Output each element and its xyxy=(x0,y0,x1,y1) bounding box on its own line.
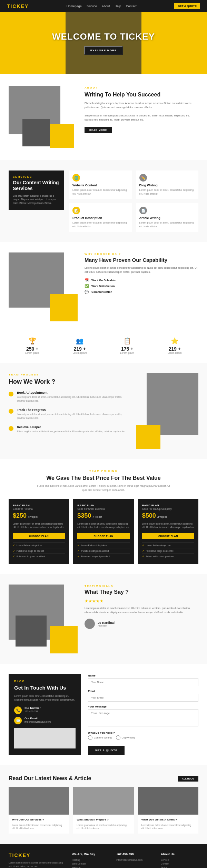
hero-text: WELCOME TO TICKEY EXPLORE MORE xyxy=(52,31,155,55)
nav-link-homepage[interactable]: Homepage xyxy=(67,4,82,8)
blog-content-1: What Should I Prepare ? Lorem ipsum dolo… xyxy=(73,815,134,834)
pricing-desc: Fusce tincidunt orci ut nisl. Nulla vari… xyxy=(34,484,172,492)
plan-0-feature-0: ✓Lorem Pellum dolopi dom xyxy=(13,542,65,548)
footer-col-1-item-0[interactable]: info@tickeycreative.com xyxy=(116,859,154,861)
blog-name: Blog Writing xyxy=(139,184,195,187)
read-more-button[interactable]: READ MORE xyxy=(85,127,112,133)
website-desc: Lorem ipsum dolor sit amet, consectetur … xyxy=(72,188,128,196)
footer-brand: TICKEY Lorem ipsum dolor sit amet, conse… xyxy=(9,852,65,868)
footer-col-0-item-1[interactable]: Web Domain xyxy=(72,862,109,865)
blog-section: Read Our Latest News & Article ALL BLOG … xyxy=(0,765,207,844)
footer-col-0-title: We Are, We Say xyxy=(72,852,109,856)
plan-1-choose-btn[interactable]: CHOOSE PLAN xyxy=(77,533,129,539)
plan-2-features: ✓Lorem Pellum dolopi dom ✓Pulsiborus din… xyxy=(142,542,194,559)
plan-2-name: Basic Plan xyxy=(142,504,194,507)
services-grid: SERVICES Our Content Writing Services Se… xyxy=(9,170,198,232)
blog-desc: Lorem ipsum dolor sit amet, consectetur … xyxy=(139,188,195,196)
stat-1-number: 219 + xyxy=(73,346,87,352)
plan-1-name: Basic Plan xyxy=(77,504,129,507)
footer-col-0-item-2[interactable]: Website xyxy=(72,866,109,868)
footer-col-2-item-0[interactable]: Service xyxy=(161,859,198,861)
footer-col-2-item-1[interactable]: Contact xyxy=(161,862,198,865)
howwork-right xyxy=(136,373,198,449)
blog-post-title-2: What Do I Get As A Client ? xyxy=(141,818,195,822)
article-desc: Lorem ipsum dolor sit amet, consectetur … xyxy=(139,221,195,228)
footer-logo: TICKEY xyxy=(9,852,65,858)
form-need-field: What Do You Need ? Content Writing Copyw… xyxy=(88,731,198,740)
testi-image-small xyxy=(16,616,47,647)
plan-1-period: /Project xyxy=(93,515,102,518)
service-card-product: 📝 Product Description Lorem ipsum dolor … xyxy=(69,203,132,232)
plan-1-desc: Lorem ipsum dolor sit amet, consectetur … xyxy=(77,522,129,529)
plan-0-features: ✓Lorem Pellum dolopi dom ✓Pulsiborus din… xyxy=(13,542,65,559)
cap-feature-communication-label: Communication xyxy=(91,290,112,293)
plan-2-choose-btn[interactable]: CHOOSE PLAN xyxy=(142,533,194,539)
nav-link-contact[interactable]: Contact xyxy=(126,4,137,8)
nav-link-help[interactable]: Help xyxy=(115,4,121,8)
explore-button[interactable]: EXPLORE MORE xyxy=(84,46,123,55)
footer-col-0: We Are, We Say Hosting Web Domain Websit… xyxy=(72,852,109,868)
cap-feature-schedule-label: Work On Schedule xyxy=(91,279,116,282)
get-quote-button[interactable]: GET A QUOTE xyxy=(88,746,125,755)
website-name: Website Content xyxy=(72,184,128,187)
stat-3-label: Lorem Ipsum xyxy=(168,352,182,354)
about-text-2: Suspendisse at nisl eget purus iaculis l… xyxy=(85,114,198,122)
article-name: Article Writing xyxy=(139,216,195,220)
plan-0-feature-1: ✓Pulsiborus dingo do asenbit xyxy=(13,548,65,554)
message-input[interactable] xyxy=(88,709,198,726)
form-message-label: Your Message xyxy=(88,705,198,708)
email-input[interactable] xyxy=(88,694,198,702)
name-input[interactable] xyxy=(88,678,198,686)
plan-2-feature-0: ✓Lorem Pellum dolopi dom xyxy=(142,542,194,548)
testi-name: Jo Kardinal xyxy=(98,621,115,624)
testi-image-accent xyxy=(50,626,78,653)
service-card-blog: ✏️ Blog Writing Lorem ipsum dolor sit am… xyxy=(136,170,199,199)
blog-img-1 xyxy=(73,787,134,815)
stats-section: 🏆 250 + Lorem Ipsum 👥 219 + Lorem Ipsum … xyxy=(0,332,207,363)
services-label: SERVICES xyxy=(13,175,60,178)
footer-col-2: About Us Service Contact Team xyxy=(161,852,198,868)
radio-copywriting[interactable]: Copywriting xyxy=(116,735,135,740)
blog-post-desc-1: Lorem ipsum dolor sit amet consectetur a… xyxy=(77,824,130,830)
services-header: SERVICES Our Content Writing Services Se… xyxy=(9,170,64,210)
about-title: Writing To Help You Succeed xyxy=(85,91,198,98)
cap-label: WHY CHOOSE US ? xyxy=(85,252,198,256)
contact-left: BLOG Get In Touch With Us Lorem ipsum do… xyxy=(9,674,81,755)
plan-2-type: Good For Startup Company xyxy=(142,508,194,510)
radio-content-writing[interactable]: Content Writing xyxy=(88,735,112,740)
form-message-field: Your Message xyxy=(88,705,198,728)
email-icon: ✉️ xyxy=(14,717,22,724)
website-icon: 🌐 xyxy=(72,174,80,182)
all-blog-button[interactable]: ALL BLOG xyxy=(178,776,198,782)
nav-cta-button[interactable]: GET A QUOTE xyxy=(174,3,200,9)
pricing-cards: Basic Plan Good For Personal $250 /Proje… xyxy=(9,499,198,564)
footer-col-0-item-0[interactable]: Hosting xyxy=(72,859,109,861)
testi-image-col xyxy=(9,585,78,653)
step-2-dot xyxy=(9,426,13,431)
contact-right: Name Email Your Message What Do You Need… xyxy=(88,674,198,755)
stat-2: 📋 175 + Lorem Ipsum xyxy=(120,337,134,354)
product-name: Product Description xyxy=(72,216,128,220)
cap-desc: Lorem ipsum dolor sit amet, consectetur … xyxy=(85,266,198,274)
map-placeholder xyxy=(14,728,76,748)
nav-link-about[interactable]: About xyxy=(102,4,110,8)
plan-0-desc: Lorem ipsum dolor sit amet, consectetur … xyxy=(13,522,65,529)
nav-link-service[interactable]: Service xyxy=(87,4,97,8)
step-2: Recieve A Paper Etiam sagittis orci ut n… xyxy=(9,425,129,434)
testi-person: Jo Kardinal Architect xyxy=(85,619,198,629)
plan-0-choose-btn[interactable]: CHOOSE PLAN xyxy=(13,533,65,539)
pricing-card-0: Basic Plan Good For Personal $250 /Proje… xyxy=(9,499,69,564)
step-0: Book A Appointment Lorem ipsum dolor sit… xyxy=(9,391,129,403)
navbar: TICKEY Homepage Service About Help Conta… xyxy=(0,0,207,12)
stat-0-number: 250 + xyxy=(25,346,39,352)
step-0-dot xyxy=(9,392,13,396)
communication-icon: 💬 xyxy=(85,290,89,294)
howwork-title: How We Work ? xyxy=(9,378,129,385)
step-2-title: Recieve A Paper xyxy=(17,425,126,429)
cap-feature-satisfaction: ✅ Work Satisfaction xyxy=(85,284,198,288)
plan-2-price: $500 /Project xyxy=(142,512,194,519)
footer-col-2-item-2[interactable]: Team xyxy=(161,866,198,868)
blog-icon: ✏️ xyxy=(139,174,147,182)
form-radio-group: Content Writing Copywriting xyxy=(88,735,198,740)
cap-image-col xyxy=(9,252,78,321)
